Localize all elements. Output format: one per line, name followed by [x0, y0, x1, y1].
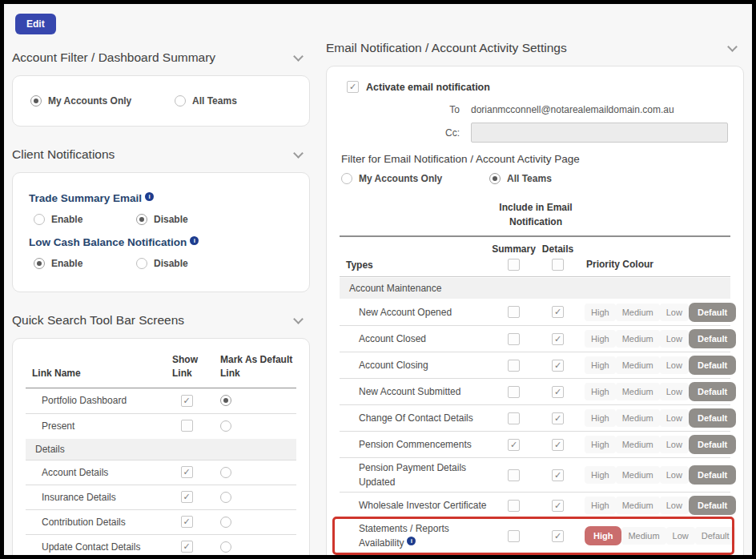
summary-checkbox[interactable]	[508, 439, 520, 451]
priority-low-button[interactable]: Low	[660, 383, 689, 400]
radio-icon[interactable]	[34, 258, 45, 269]
priority-high-button[interactable]: High	[585, 409, 616, 427]
account-filter-option[interactable]: All Teams	[175, 95, 237, 107]
default-link-radio[interactable]	[220, 541, 231, 553]
summary-all-checkbox[interactable]	[508, 259, 520, 271]
priority-low-button[interactable]: Low	[660, 304, 689, 321]
details-checkbox[interactable]	[552, 439, 564, 451]
default-link-radio[interactable]	[220, 420, 231, 432]
priority-high-button[interactable]: High	[585, 497, 616, 514]
priority-low-button[interactable]: Low	[660, 409, 689, 427]
account-filter-option[interactable]: My Accounts Only	[30, 95, 175, 107]
priority-default-button[interactable]: Default	[689, 303, 736, 322]
priority-low-button[interactable]: Low	[660, 356, 689, 374]
info-icon[interactable]: i	[190, 236, 199, 245]
priority-high-button[interactable]: High	[585, 304, 616, 321]
setting-option[interactable]: Disable	[136, 258, 188, 269]
priority-medium-button[interactable]: Medium	[616, 466, 660, 484]
details-checkbox[interactable]	[552, 333, 564, 345]
summary-checkbox[interactable]	[508, 500, 520, 512]
priority-default-button[interactable]: Default	[689, 382, 736, 401]
details-cell	[536, 469, 580, 481]
details-all-checkbox[interactable]	[552, 259, 564, 271]
priority-default-button[interactable]: Default	[689, 465, 736, 485]
default-link-radio[interactable]	[220, 517, 231, 528]
priority-medium-button[interactable]: Medium	[616, 383, 660, 400]
email-filter-option[interactable]: My Accounts Only	[341, 173, 489, 184]
priority-low-button[interactable]: Low	[660, 466, 689, 484]
radio-icon[interactable]	[34, 214, 45, 225]
priority-colour-cell: HighMediumLowDefault	[580, 526, 738, 545]
summary-checkbox[interactable]	[508, 360, 520, 372]
priority-high-button[interactable]: High	[585, 436, 616, 453]
priority-high-button[interactable]: High	[585, 526, 621, 545]
show-link-checkbox[interactable]	[181, 466, 193, 478]
summary-checkbox[interactable]	[508, 530, 520, 542]
summary-checkbox[interactable]	[508, 333, 520, 345]
details-checkbox[interactable]	[552, 386, 564, 398]
radio-icon[interactable]	[136, 258, 147, 269]
details-checkbox[interactable]	[552, 360, 564, 372]
setting-option[interactable]: Disable	[136, 214, 188, 225]
radio-icon[interactable]	[175, 95, 186, 107]
priority-default-button[interactable]: Default	[689, 356, 736, 375]
info-icon[interactable]: i	[407, 537, 416, 545]
setting-option[interactable]: Enable	[34, 258, 136, 269]
summary-checkbox[interactable]	[508, 306, 520, 318]
default-link-radio[interactable]	[220, 395, 231, 406]
cc-input[interactable]	[471, 123, 728, 143]
priority-medium-button[interactable]: Medium	[616, 356, 660, 374]
priority-default-button[interactable]: Default	[689, 329, 736, 348]
priority-medium-button[interactable]: Medium	[621, 527, 666, 545]
default-link-radio[interactable]	[220, 492, 231, 503]
show-link-checkbox[interactable]	[181, 516, 193, 528]
priority-high-button[interactable]: High	[585, 383, 616, 400]
priority-high-button[interactable]: High	[585, 466, 616, 484]
chevron-down-icon[interactable]	[293, 314, 304, 324]
chevron-down-icon[interactable]	[293, 51, 304, 62]
priority-colour-cell: HighMediumLowDefault	[580, 408, 738, 428]
setting-option[interactable]: Enable	[34, 214, 136, 225]
quick-search-table-header: Link Name Show Link Mark As Default Link	[26, 350, 296, 388]
priority-default-button[interactable]: Default	[689, 435, 736, 454]
priority-high-button[interactable]: High	[585, 330, 616, 348]
priority-medium-button[interactable]: Medium	[616, 330, 660, 348]
priority-medium-button[interactable]: Medium	[616, 304, 660, 321]
priority-medium-button[interactable]: Medium	[616, 409, 660, 427]
priority-medium-button[interactable]: Medium	[616, 436, 660, 453]
priority-low-button[interactable]: Low	[660, 497, 689, 514]
default-link-radio[interactable]	[220, 467, 231, 478]
details-checkbox[interactable]	[552, 530, 564, 542]
priority-default-button[interactable]: Default	[689, 496, 736, 515]
priority-default-button[interactable]: Default	[695, 527, 736, 545]
radio-icon[interactable]	[341, 173, 352, 184]
priority-low-button[interactable]: Low	[666, 527, 695, 545]
show-link-checkbox[interactable]	[181, 420, 193, 432]
show-link-checkbox[interactable]	[181, 541, 193, 553]
show-link-checkbox[interactable]	[181, 395, 193, 407]
priority-low-button[interactable]: Low	[660, 436, 689, 453]
radio-icon[interactable]	[489, 173, 501, 184]
details-checkbox[interactable]	[552, 500, 564, 512]
details-checkbox[interactable]	[552, 469, 564, 481]
details-checkbox[interactable]	[552, 412, 564, 424]
edit-button[interactable]: Edit	[15, 14, 56, 34]
chevron-down-icon[interactable]	[293, 148, 304, 159]
table-row: Pension CommencementsHighMediumLowDefaul…	[340, 431, 730, 457]
priority-default-button[interactable]: Default	[689, 408, 736, 428]
radio-icon[interactable]	[136, 214, 147, 225]
priority-medium-button[interactable]: Medium	[616, 497, 660, 514]
email-filter-option[interactable]: All Teams	[489, 173, 552, 184]
default-link-cell	[207, 467, 296, 478]
summary-checkbox[interactable]	[508, 386, 520, 398]
details-checkbox[interactable]	[552, 306, 564, 318]
chevron-down-icon[interactable]	[727, 42, 738, 52]
priority-low-button[interactable]: Low	[660, 330, 689, 348]
summary-checkbox[interactable]	[508, 469, 520, 481]
show-link-checkbox[interactable]	[181, 491, 193, 503]
radio-icon[interactable]	[30, 95, 42, 107]
activate-email-checkbox[interactable]	[347, 81, 359, 93]
summary-checkbox[interactable]	[508, 412, 520, 424]
priority-high-button[interactable]: High	[585, 356, 616, 374]
info-icon[interactable]: i	[145, 192, 154, 201]
